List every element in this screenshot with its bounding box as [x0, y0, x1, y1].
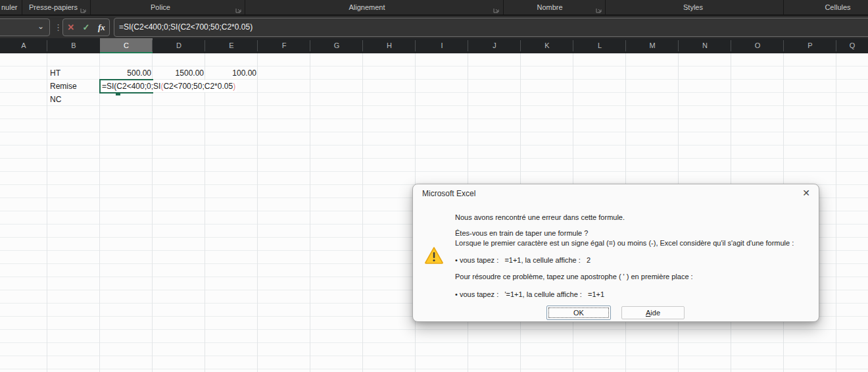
name-box[interactable]: ⌄: [0, 18, 50, 36]
ribbon-group-presse-papiers-label: Presse-papiers: [29, 0, 78, 14]
column-header-divider: [415, 40, 416, 51]
column-header-f[interactable]: F: [258, 38, 310, 53]
cell-B2[interactable]: HT: [50, 66, 96, 80]
column-headers: A B C D E F G H I J K L M N O P Q: [0, 38, 868, 53]
dialog-launcher-icon[interactable]: [596, 4, 602, 11]
formula-input[interactable]: =SI(C2<400;0;SI(C2<700;50;C2*0.05): [114, 18, 868, 37]
column-header-k[interactable]: K: [521, 38, 573, 53]
ribbon-group-police-label: Police: [151, 0, 170, 14]
column-header-m[interactable]: M: [626, 38, 679, 53]
column-header-i[interactable]: I: [416, 38, 468, 53]
column-header-g[interactable]: G: [310, 38, 363, 53]
ribbon-group-nombre-label: Nombre: [537, 0, 562, 14]
ribbon-group-alignement-label: Alignement: [349, 0, 385, 14]
chevron-down-icon[interactable]: ⌄: [37, 22, 44, 31]
dialog-message-line6: • vous tapez : '=1+1, la cellule affiche…: [455, 290, 604, 298]
ribbon-group-annuler-label: nuler: [1, 0, 17, 14]
column-header-d[interactable]: D: [153, 38, 205, 53]
help-button[interactable]: Aide: [621, 306, 685, 319]
column-header-divider: [310, 40, 310, 51]
insert-function-icon[interactable]: fx: [98, 22, 105, 33]
column-header-e[interactable]: E: [205, 38, 258, 53]
cell-C3-edit-mode[interactable]: =SI(C2<400;0;SI(C2<700;50;C2*0.05): [99, 79, 153, 93]
cell-E2[interactable]: 100.00: [205, 66, 256, 80]
ok-button[interactable]: OK: [546, 306, 611, 320]
column-header-h[interactable]: H: [363, 38, 416, 53]
dialog-launcher-icon[interactable]: [80, 4, 87, 11]
column-header-divider: [205, 40, 205, 51]
microsoft-excel-error-dialog: Microsoft Excel ✕ Nous avons rencontré u…: [412, 184, 819, 322]
cell-C3-formula-text: =SI(C2<400;0;SI(C2<700;50;C2*0.05): [102, 80, 237, 92]
column-header-divider: [47, 40, 47, 51]
column-header-p[interactable]: P: [784, 38, 836, 53]
help-button-label-rest: ide: [650, 309, 660, 317]
column-header-divider: [520, 40, 521, 51]
ribbon-separator: [503, 0, 504, 14]
dialog-message-line5: Pour résoudre ce problème, tapez une apo…: [455, 273, 693, 280]
column-header-divider: [573, 40, 573, 51]
cell-C2[interactable]: 500.00: [100, 66, 151, 80]
column-header-c-selected[interactable]: C: [100, 38, 153, 53]
column-header-l[interactable]: L: [573, 38, 626, 53]
column-header-divider: [731, 40, 731, 51]
cell-B4[interactable]: NC: [50, 93, 96, 106]
column-header-divider: [257, 40, 258, 51]
column-header-divider: [625, 40, 626, 51]
column-header-divider: [783, 40, 784, 51]
cancel-icon[interactable]: ✕: [67, 22, 74, 32]
dialog-launcher-icon[interactable]: [235, 4, 242, 11]
column-header-divider: [678, 40, 679, 51]
cell-B3[interactable]: Remise: [50, 80, 96, 93]
dialog-title: Microsoft Excel: [422, 189, 475, 198]
formula-bar: ⌄ ⋮ ✕ ✓ fx =SI(C2<400;0;SI(C2<700;50;C2*…: [0, 14, 868, 38]
ribbon-separator: [605, 0, 606, 14]
formula-buttons-group: ✕ ✓ fx: [62, 18, 110, 36]
formula-bar-drag-handle[interactable]: ⋮: [54, 18, 62, 36]
column-header-n[interactable]: N: [679, 38, 731, 53]
column-header-q[interactable]: Q: [836, 38, 868, 53]
ribbon-separator: [90, 0, 91, 14]
dialog-message-line2: Êtes-vous en train de taper une formule …: [455, 229, 588, 237]
dialog-message-line1: Nous avons rencontré une erreur dans cet…: [455, 213, 625, 221]
column-header-b[interactable]: B: [47, 38, 100, 53]
ribbon-separator: [22, 0, 22, 14]
dialog-message-line3: Lorsque le premier caractère est un sign…: [455, 239, 794, 247]
enter-icon[interactable]: ✓: [83, 22, 90, 32]
ribbon-strip: nuler Presse-papiers Police Alignement N…: [0, 0, 868, 14]
cell-D2[interactable]: 1500.00: [153, 66, 204, 80]
ribbon-group-styles-label: Styles: [683, 0, 703, 14]
dialog-message-line4: • vous tapez : =1+1, la cellule affiche …: [455, 256, 591, 264]
ribbon-separator: [783, 0, 784, 14]
ribbon-group-cellules-label: Cellules: [825, 0, 850, 14]
column-header-j[interactable]: J: [468, 38, 521, 53]
warning-icon: [424, 246, 444, 267]
column-header-divider: [152, 40, 153, 51]
dialog-launcher-icon[interactable]: [493, 4, 500, 11]
ribbon-separator: [245, 0, 245, 14]
column-header-divider: [468, 40, 468, 51]
edit-cell-cursor-mark: [116, 93, 120, 95]
column-header-a[interactable]: A: [0, 38, 47, 53]
column-header-divider: [836, 40, 836, 51]
close-icon[interactable]: ✕: [802, 188, 810, 198]
column-header-divider: [362, 40, 363, 51]
column-header-o[interactable]: O: [731, 38, 784, 53]
